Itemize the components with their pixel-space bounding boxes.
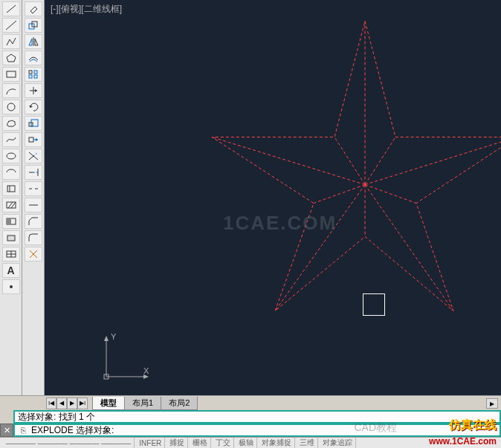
- svg-rect-26: [34, 75, 37, 78]
- svg-point-5: [7, 153, 16, 159]
- command-input-line[interactable]: ⎘ EXPLODE 选择对象:: [13, 423, 501, 437]
- scale-tool[interactable]: [25, 116, 42, 131]
- draw-toolbar: A: [0, 0, 22, 395]
- tab-layout1[interactable]: 布局1: [124, 397, 161, 410]
- trim-tool[interactable]: [25, 149, 42, 163]
- point-tool[interactable]: [2, 279, 20, 294]
- status-toggle-snap[interactable]: 捕捉: [167, 438, 188, 448]
- status-toggle-polar[interactable]: 极轴: [236, 438, 257, 448]
- tab-nav-last[interactable]: ▶I: [77, 397, 88, 409]
- svg-marker-2: [7, 54, 16, 62]
- status-bar: ———— ———— ———— ———— INFER 捕捉 栅格 丁交 极轴 对象…: [0, 437, 501, 448]
- table-tool[interactable]: [2, 247, 20, 262]
- svg-point-17: [10, 285, 13, 288]
- ucs-icon: Y X: [100, 332, 152, 384]
- explode-tool[interactable]: [25, 247, 42, 262]
- rotate-tool[interactable]: [25, 100, 42, 114]
- svg-line-0: [7, 5, 16, 13]
- ucs-x-label: X: [143, 366, 149, 375]
- stretch-tool[interactable]: [25, 132, 42, 147]
- revision-cloud-tool[interactable]: [2, 116, 20, 131]
- svg-marker-20: [29, 39, 32, 45]
- command-area: ✕ 选择对象: 找到 1 个 ⎘ EXPLODE 选择对象:: [0, 410, 501, 437]
- cad-application: A [-][俯视][二维线框]: [0, 0, 501, 448]
- construction-line-tool[interactable]: [2, 18, 20, 33]
- polygon-tool[interactable]: [2, 51, 20, 65]
- svg-line-54: [365, 137, 395, 185]
- extend-tool[interactable]: [25, 165, 42, 180]
- svg-line-1: [6, 21, 16, 30]
- layout-tab-strip: I◀ ◀ ▶ ▶I 模型 布局1 布局2 ▸: [0, 395, 501, 410]
- svg-line-38: [33, 152, 38, 156]
- break-tool[interactable]: [25, 181, 42, 196]
- svg-line-45: [30, 250, 33, 254]
- svg-marker-21: [35, 39, 38, 45]
- svg-rect-24: [34, 71, 37, 74]
- overlay-url: www.1CAE.com: [429, 436, 497, 447]
- svg-rect-23: [29, 71, 32, 74]
- status-toggle-otrack[interactable]: 对象追踪: [320, 438, 356, 448]
- arc-tool[interactable]: [2, 83, 20, 98]
- status-coords: ———— ———— ———— ————: [3, 438, 135, 448]
- rectangle-tool[interactable]: [2, 67, 20, 82]
- svg-rect-13: [7, 236, 15, 241]
- join-tool[interactable]: [25, 198, 42, 212]
- spline-tool[interactable]: [2, 132, 20, 147]
- svg-line-57: [314, 185, 365, 204]
- svg-marker-60: [104, 336, 109, 341]
- viewport-label[interactable]: [-][俯视][二维线框]: [51, 3, 122, 16]
- status-toggle-3d[interactable]: 三维: [297, 438, 318, 448]
- svg-line-37: [29, 156, 33, 160]
- svg-rect-33: [29, 137, 33, 142]
- ellipse-arc-tool[interactable]: [2, 165, 20, 180]
- svg-rect-8: [7, 202, 16, 208]
- array-tool[interactable]: [25, 67, 42, 82]
- hatch-tool[interactable]: [2, 198, 20, 212]
- circle-tool[interactable]: [2, 100, 20, 114]
- gradient-tool[interactable]: [2, 214, 20, 229]
- status-toggle-osnap[interactable]: 对象捕捉: [259, 438, 295, 448]
- offset-tool[interactable]: [25, 51, 42, 65]
- tab-model[interactable]: 模型: [92, 397, 125, 410]
- status-toggle-infer[interactable]: INFER: [136, 438, 165, 448]
- svg-marker-35: [36, 138, 38, 141]
- tab-layout2[interactable]: 布局2: [161, 397, 198, 410]
- copy-tool[interactable]: [25, 18, 42, 33]
- command-history-text: 选择对象: 找到 1 个: [18, 411, 95, 423]
- svg-rect-25: [29, 75, 32, 78]
- svg-line-55: [334, 137, 365, 185]
- mirror-tool[interactable]: [25, 34, 42, 49]
- line-tool[interactable]: [2, 1, 20, 16]
- tab-nav-next[interactable]: ▶: [67, 397, 77, 409]
- svg-rect-3: [7, 71, 16, 77]
- chamfer-tool[interactable]: [25, 214, 42, 229]
- svg-line-47: [30, 254, 33, 258]
- erase-tool[interactable]: [25, 1, 42, 16]
- fillet-tool[interactable]: [25, 230, 42, 245]
- tab-nav-first[interactable]: I◀: [46, 397, 56, 409]
- main-area: A [-][俯视][二维线框]: [0, 0, 501, 395]
- polyline-tool[interactable]: [2, 34, 20, 49]
- overlay-brand: 仿真在线: [449, 418, 497, 433]
- svg-line-51: [365, 185, 453, 311]
- region-tool[interactable]: [2, 230, 20, 245]
- ellipse-tool[interactable]: [2, 149, 20, 163]
- status-toggle-ortho[interactable]: 丁交: [213, 438, 234, 448]
- tab-scroll-right[interactable]: ▸: [486, 398, 498, 409]
- move-tool[interactable]: [25, 83, 42, 98]
- svg-line-53: [212, 137, 365, 185]
- command-close-button[interactable]: ✕: [0, 423, 13, 437]
- status-toggle-grid[interactable]: 栅格: [190, 438, 211, 448]
- svg-marker-29: [35, 89, 37, 92]
- svg-point-4: [7, 103, 15, 111]
- modify-toolbar: [22, 0, 45, 395]
- command-text: EXPLODE 选择对象:: [31, 424, 114, 437]
- drawing-viewport[interactable]: [-][俯视][二维线框] 1CAE.COM: [45, 0, 501, 395]
- tab-nav-prev[interactable]: ◀: [56, 397, 67, 409]
- insert-block-tool[interactable]: [2, 181, 20, 196]
- svg-rect-12: [7, 218, 11, 224]
- command-icon: ⎘: [18, 425, 28, 435]
- command-history-line: 选择对象: 找到 1 个: [13, 410, 501, 423]
- text-tool[interactable]: A: [2, 263, 20, 278]
- overlay-cad-text: CAD教程: [354, 421, 397, 435]
